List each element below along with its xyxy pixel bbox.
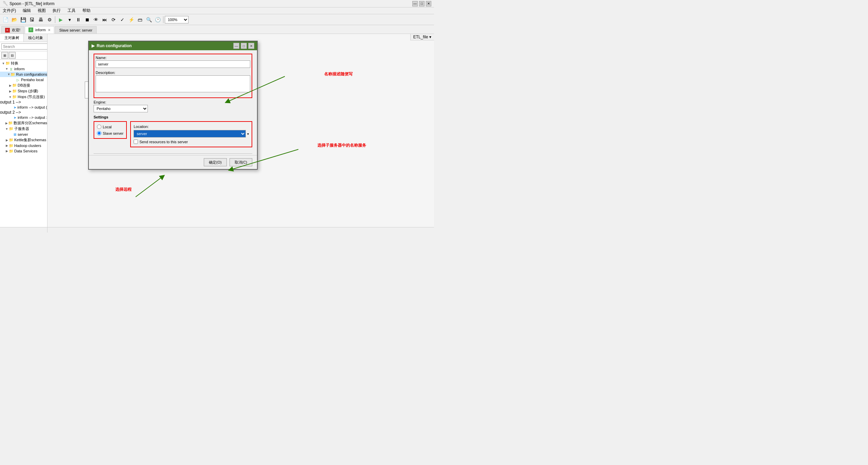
settings-label: Settings — [94, 115, 252, 119]
dialog-title-icon: ▶ — [92, 43, 95, 48]
close-button[interactable]: ✕ — [426, 1, 431, 6]
tab-welcome[interactable]: K 欢迎! — [1, 26, 24, 34]
tree-item-db[interactable]: ▶ 📁 DB连接 — [0, 82, 47, 88]
tab-inform-close[interactable]: ✕ — [48, 28, 51, 32]
menu-tools[interactable]: 工具 — [66, 8, 77, 14]
expand-arrow: ▶ — [5, 144, 9, 148]
expand-arrow: ▼ — [5, 67, 9, 71]
settings-row: Local Slave server Location: server — [94, 121, 252, 147]
expand-arrow: ▶ — [5, 121, 8, 125]
save-as-button[interactable]: 🖫 — [28, 16, 36, 24]
folder-icon: 📁 — [12, 89, 17, 94]
tree-item-run-configs[interactable]: ▼ 📁 Run configurations — [0, 72, 47, 77]
ok-button[interactable]: 确定(O) — [204, 158, 227, 166]
pause-button[interactable]: ⏸ — [74, 16, 82, 24]
open-button[interactable]: 📂 — [10, 16, 18, 24]
name-label: Name: — [96, 56, 250, 60]
expand-arrow — [9, 115, 13, 119]
impact-button[interactable]: ⚡ — [127, 16, 135, 24]
folder-icon: 📁 — [8, 121, 13, 126]
tree-item-hadoop[interactable]: ▶ 📁 Hadoop clusters — [0, 143, 47, 148]
dialog-controls: — □ ✕ — [233, 43, 254, 49]
tree-item-transform[interactable]: ▼ 📁 转换 — [0, 60, 47, 66]
location-select[interactable]: server — [134, 130, 246, 137]
save-button[interactable]: 💾 — [19, 16, 27, 24]
tree-item-data-services[interactable]: ▶ 📁 Data Services — [0, 148, 47, 154]
name-input[interactable] — [96, 60, 250, 68]
canvas-area[interactable]: ETL_file ▾ x2 📋 inform ▶ Run configurati… — [47, 34, 434, 232]
send-resources-checkbox[interactable] — [134, 140, 138, 144]
slave-radio[interactable]: Slave server — [97, 131, 123, 135]
tree-item-subserver[interactable]: ▼ 📁 子服务器 — [0, 126, 47, 132]
arrow-svg-server — [298, 143, 366, 183]
tab-slave-server[interactable]: Slave server: server — [55, 26, 97, 34]
expand-arrow: ▶ — [8, 89, 12, 93]
print-button[interactable]: 🖶 — [37, 16, 45, 24]
tree-hops-label: Hops (节点连接) — [18, 94, 45, 99]
step-button[interactable]: ⏭ — [101, 16, 109, 24]
expand-all-button[interactable]: ⊞ — [1, 52, 8, 59]
explore-button[interactable]: 🔍 — [145, 16, 153, 24]
dialog-minimize-button[interactable]: — — [233, 43, 239, 49]
hop-icon: ➤ — [13, 105, 17, 110]
tab-inform[interactable]: ⧖ inform ✕ — [25, 26, 54, 34]
annotation-remote-text: 选择远程 — [115, 187, 132, 192]
menu-help[interactable]: 帮助 — [81, 8, 92, 14]
zoom-select[interactable]: 100% 75% 50% 150% — [165, 16, 189, 23]
dialog-footer: 确定(O) 取消(C) — [89, 155, 257, 169]
tree-item-kettle-cluster[interactable]: ▶ 📁 Kettle集群schemas — [0, 137, 47, 143]
menu-edit[interactable]: 编辑 — [21, 8, 32, 14]
stop-button[interactable]: ⏹ — [83, 16, 91, 24]
canvas-scrollbar[interactable] — [47, 227, 434, 232]
replay-button[interactable]: ⟳ — [110, 16, 118, 24]
collapse-all-button[interactable]: ⊟ — [9, 52, 16, 59]
local-radio-label: Local — [103, 125, 112, 129]
tree-item-server[interactable]: 🖥 server — [0, 132, 47, 137]
tree-item-hop1[interactable]: ➤ inform --> output ( — [0, 105, 47, 110]
sidebar-search-area: ✕ — [0, 42, 47, 51]
new-button[interactable]: 📄 — [1, 16, 9, 24]
verify-button[interactable]: ✓ — [118, 16, 126, 24]
local-radio-input[interactable] — [97, 125, 101, 129]
expand-arrow — [8, 132, 12, 136]
tree-hop1-label: inform --> output ( — [17, 105, 47, 109]
expand-arrow: ▼ — [8, 95, 12, 99]
annotation-name-hint: 名称描述随便写 — [324, 71, 353, 77]
toolbar-separator-1 — [55, 16, 55, 23]
name-field-box: Name: Description: — [94, 54, 252, 98]
sql-button[interactable]: 🗃 — [136, 16, 144, 24]
description-textarea[interactable] — [96, 75, 250, 92]
sidebar-scrollbar[interactable] — [0, 227, 47, 232]
run-dropdown[interactable]: ▾ — [65, 16, 74, 24]
preview-button[interactable]: 👁 — [92, 16, 100, 24]
local-radio[interactable]: Local — [97, 125, 123, 129]
tree-item-inform[interactable]: ▼ ⧖ inform — [0, 66, 47, 72]
schedule-button[interactable]: 🕐 — [154, 16, 162, 24]
tree-item-steps[interactable]: ▶ 📁 Steps (步骤) — [0, 88, 47, 94]
cancel-button[interactable]: 取消(C) — [230, 158, 252, 166]
menu-file[interactable]: 文件(F) — [1, 8, 17, 14]
menu-view[interactable]: 视图 — [36, 8, 47, 14]
settings-button[interactable]: ⚙ — [45, 16, 54, 24]
dialog-close-button[interactable]: ✕ — [248, 43, 254, 49]
maximize-button[interactable]: □ — [419, 1, 425, 6]
tree-steps-label: Steps (步骤) — [18, 89, 38, 94]
menu-run[interactable]: 执行 — [51, 8, 62, 14]
sidebar-tab-core[interactable]: 核心对象 — [24, 34, 47, 42]
annotation-server-text: 选择子服务器中的名称服务 — [317, 143, 366, 148]
tree-item-hop2[interactable]: ➤ inform --> output : — [0, 115, 47, 120]
sidebar-tab-main[interactable]: 主对象树 — [0, 34, 24, 42]
engine-select[interactable]: Pentaho — [94, 105, 148, 112]
tree-item-hops[interactable]: ▼ 📁 Hops (节点连接) — [0, 94, 47, 100]
etl-badge[interactable]: ETL_file ▾ — [410, 34, 434, 40]
run-button[interactable]: ▶ — [57, 16, 65, 24]
minimize-button[interactable]: — — [412, 1, 418, 6]
dialog-titlebar: ▶ Run configuration — □ ✕ — [89, 41, 257, 50]
dialog-maximize-button[interactable]: □ — [241, 43, 247, 49]
tree-item-partition[interactable]: ▶ 📁 数据库分区schemas — [0, 120, 47, 126]
slave-radio-input[interactable] — [97, 131, 101, 135]
tree-item-pentaho-local[interactable]: ▷ Pentaho local — [0, 77, 47, 82]
title-bar-left: 🥄 Spoon - [ETL_file] inform — [3, 1, 55, 6]
search-input[interactable] — [1, 43, 47, 50]
tree-pentaho-label: Pentaho local — [21, 78, 44, 82]
